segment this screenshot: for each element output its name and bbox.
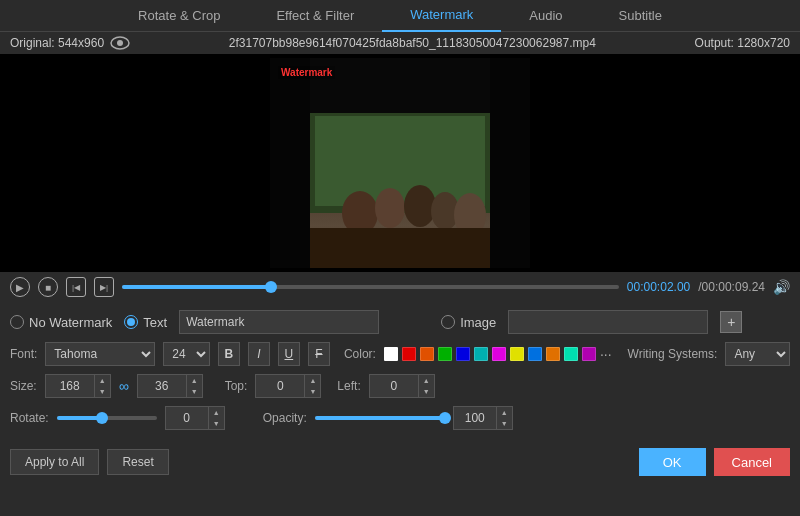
top-arrows: ▲ ▼ xyxy=(305,374,321,398)
text-radio-circle xyxy=(124,315,138,329)
height-spinbox: ▲ ▼ xyxy=(137,374,203,398)
video-container: Watermark xyxy=(0,54,800,272)
color-teal[interactable] xyxy=(564,347,578,361)
timeline-progress[interactable] xyxy=(122,285,619,289)
rotate-thumb xyxy=(96,412,108,424)
svg-point-1 xyxy=(117,40,123,46)
font-label: Font: xyxy=(10,347,37,361)
width-arrows: ▲ ▼ xyxy=(95,374,111,398)
left-spinbox: ▲ ▼ xyxy=(369,374,435,398)
color-magenta[interactable] xyxy=(492,347,506,361)
video-preview: Watermark xyxy=(270,58,530,268)
width-input[interactable] xyxy=(45,374,95,398)
video-watermark-overlay: Watermark xyxy=(278,66,335,79)
watermark-image-input[interactable] xyxy=(508,310,708,334)
original-size-label: Original: 544x960 xyxy=(10,36,104,50)
writing-systems-label: Writing Systems: xyxy=(628,347,718,361)
color-purple[interactable] xyxy=(582,347,596,361)
timeline-bar: ▶ ■ |◀ ▶| 00:00:02.00 /00:00:09.24 🔊 xyxy=(0,272,800,302)
color-swatches: ··· xyxy=(384,346,612,362)
opacity-arrows: ▲ ▼ xyxy=(497,406,513,430)
color-cyan[interactable] xyxy=(474,347,488,361)
color-amber[interactable] xyxy=(546,347,560,361)
more-colors-button[interactable]: ··· xyxy=(600,346,612,362)
svg-rect-11 xyxy=(270,58,310,268)
current-time: 00:00:02.00 xyxy=(627,280,690,294)
rotate-opacity-row: Rotate: ▲ ▼ Opacity: ▲ ▼ xyxy=(10,406,790,430)
image-watermark-radio[interactable]: Image xyxy=(441,315,496,330)
bold-button[interactable]: B xyxy=(218,342,240,366)
volume-icon[interactable]: 🔊 xyxy=(773,279,790,295)
tab-subtitle[interactable]: Subtitle xyxy=(591,0,690,32)
tab-watermark[interactable]: Watermark xyxy=(382,0,501,32)
next-frame-button[interactable]: ▶| xyxy=(94,277,114,297)
svg-rect-4 xyxy=(315,116,485,206)
opacity-spinbox: ▲ ▼ xyxy=(453,406,513,430)
color-orange[interactable] xyxy=(420,347,434,361)
visibility-icon[interactable] xyxy=(110,36,130,50)
watermark-text-input[interactable] xyxy=(179,310,379,334)
color-red[interactable] xyxy=(402,347,416,361)
action-buttons: Apply to All Reset xyxy=(10,449,169,475)
rotate-slider[interactable] xyxy=(57,416,157,420)
cancel-button[interactable]: Cancel xyxy=(714,448,790,476)
controls-panel: No Watermark Text Image + Font: Tahoma A… xyxy=(0,302,800,442)
tab-rotate-crop[interactable]: Rotate & Crop xyxy=(110,0,248,32)
rotate-label: Rotate: xyxy=(10,411,49,425)
rotate-input[interactable] xyxy=(165,406,209,430)
height-input[interactable] xyxy=(137,374,187,398)
height-down[interactable]: ▼ xyxy=(187,386,202,397)
color-blue[interactable] xyxy=(456,347,470,361)
tab-audio[interactable]: Audio xyxy=(501,0,590,32)
no-watermark-radio-circle xyxy=(10,315,24,329)
no-watermark-radio[interactable]: No Watermark xyxy=(10,315,112,330)
apply-all-button[interactable]: Apply to All xyxy=(10,449,99,475)
svg-rect-12 xyxy=(490,58,530,268)
color-sky[interactable] xyxy=(528,347,542,361)
total-time: /00:00:09.24 xyxy=(698,280,765,294)
rotate-arrows: ▲ ▼ xyxy=(209,406,225,430)
output-size-label: Output: 1280x720 xyxy=(695,36,790,50)
height-arrows: ▲ ▼ xyxy=(187,374,203,398)
reset-button[interactable]: Reset xyxy=(107,449,168,475)
underline-button[interactable]: U xyxy=(278,342,300,366)
opacity-input[interactable] xyxy=(453,406,497,430)
opacity-thumb xyxy=(439,412,451,424)
svg-point-6 xyxy=(375,188,405,228)
text-watermark-radio[interactable]: Text xyxy=(124,315,167,330)
tab-effect-filter[interactable]: Effect & Filter xyxy=(248,0,382,32)
width-up[interactable]: ▲ xyxy=(95,375,110,386)
opacity-up[interactable]: ▲ xyxy=(497,407,512,418)
color-white[interactable] xyxy=(384,347,398,361)
left-up[interactable]: ▲ xyxy=(419,375,434,386)
svg-point-7 xyxy=(404,185,436,227)
color-green[interactable] xyxy=(438,347,452,361)
width-down[interactable]: ▼ xyxy=(95,386,110,397)
tab-bar: Rotate & Crop Effect & Filter Watermark … xyxy=(0,0,800,32)
ok-button[interactable]: OK xyxy=(639,448,706,476)
link-dimensions-icon[interactable]: ∞ xyxy=(119,378,129,394)
opacity-down[interactable]: ▼ xyxy=(497,418,512,429)
prev-frame-button[interactable]: |◀ xyxy=(66,277,86,297)
top-up[interactable]: ▲ xyxy=(305,375,320,386)
video-filename: 2f31707bb98e9614f070425fda8baf50_1118305… xyxy=(130,36,695,50)
rotate-down[interactable]: ▼ xyxy=(209,418,224,429)
strikethrough-button[interactable]: F xyxy=(308,342,330,366)
top-down[interactable]: ▼ xyxy=(305,386,320,397)
opacity-label: Opacity: xyxy=(263,411,307,425)
opacity-slider[interactable] xyxy=(315,416,445,420)
top-input[interactable] xyxy=(255,374,305,398)
add-image-button[interactable]: + xyxy=(720,311,742,333)
font-family-select[interactable]: Tahoma Arial Times New Roman xyxy=(45,342,155,366)
left-input[interactable] xyxy=(369,374,419,398)
left-down[interactable]: ▼ xyxy=(419,386,434,397)
color-yellow[interactable] xyxy=(510,347,524,361)
watermark-type-row: No Watermark Text Image + xyxy=(10,310,790,334)
font-size-select[interactable]: 24 12 18 36 48 xyxy=(163,342,209,366)
writing-systems-select[interactable]: Any Latin CJK xyxy=(725,342,790,366)
rotate-up[interactable]: ▲ xyxy=(209,407,224,418)
stop-button[interactable]: ■ xyxy=(38,277,58,297)
height-up[interactable]: ▲ xyxy=(187,375,202,386)
play-button[interactable]: ▶ xyxy=(10,277,30,297)
italic-button[interactable]: I xyxy=(248,342,270,366)
